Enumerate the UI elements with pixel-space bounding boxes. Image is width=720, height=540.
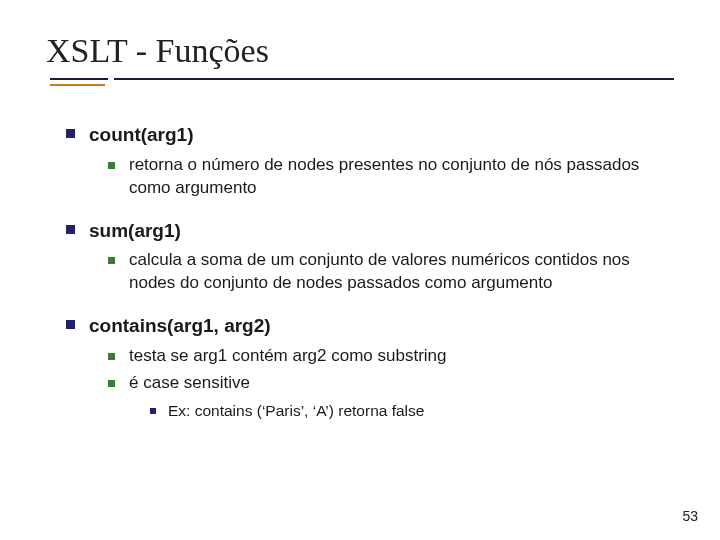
list-item-label: count(arg1) [89,122,194,148]
bullet-icon [108,162,115,169]
slide: XSLT - Funções count(arg1) retorna o núm… [0,0,720,540]
bullet-icon [66,320,75,329]
list-item: calcula a soma de um conjunto de valores… [108,249,674,295]
list-item: é case sensitive [108,372,674,395]
list-item-label: sum(arg1) [89,218,181,244]
slide-title: XSLT - Funções [46,32,674,70]
bullet-icon [108,257,115,264]
bullet-icon [108,380,115,387]
list-item-text: é case sensitive [129,372,250,395]
list-item: count(arg1) [66,122,674,148]
list-item: Ex: contains (‘Paris’, ‘A’) retorna fals… [150,401,674,422]
bullet-icon [66,129,75,138]
list-item: sum(arg1) [66,218,674,244]
list-item-text: retorna o número de nodes presentes no c… [129,154,674,200]
list-item-text: Ex: contains (‘Paris’, ‘A’) retorna fals… [168,401,424,422]
bullet-icon [66,225,75,234]
bullet-icon [108,353,115,360]
list-item-label: contains(arg1, arg2) [89,313,271,339]
title-rule [46,78,674,86]
bullet-icon [150,408,156,414]
slide-content: count(arg1) retorna o número de nodes pr… [46,98,674,421]
list-item: testa se arg1 contém arg2 como substring [108,345,674,368]
list-item-text: testa se arg1 contém arg2 como substring [129,345,447,368]
page-number: 53 [682,508,698,524]
list-item-text: calcula a soma de um conjunto de valores… [129,249,674,295]
list-item: contains(arg1, arg2) [66,313,674,339]
list-item: retorna o número de nodes presentes no c… [108,154,674,200]
